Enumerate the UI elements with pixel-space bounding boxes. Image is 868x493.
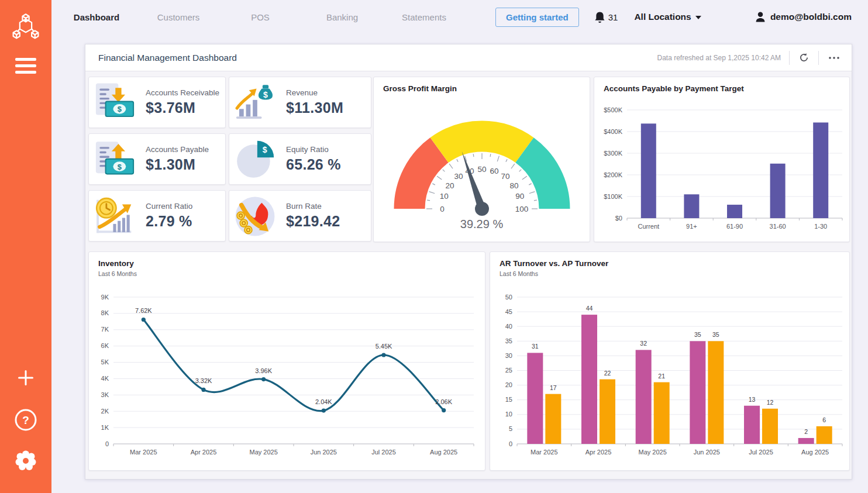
- kpi-value: $11.30M: [286, 99, 343, 116]
- ar-ap-grouped-bar-chart[interactable]: 05101520253035404550Mar 2025Apr 2025May …: [490, 252, 849, 470]
- ar-vs-ap-turnover-card: AR Turnover vs. AP Turnover Last 6 Month…: [490, 251, 850, 471]
- svg-text:Apr 2025: Apr 2025: [191, 449, 217, 456]
- kpi-card-accounts-payable: $ Accounts Payable $1.30M: [88, 133, 226, 185]
- user-menu[interactable]: demo@boldbi.com: [755, 12, 852, 22]
- svg-text:3.96K: 3.96K: [255, 367, 272, 374]
- user-icon: [755, 12, 766, 22]
- hamburger-menu[interactable]: [0, 54, 51, 77]
- boldbi-logo-icon: [10, 9, 42, 43]
- svg-text:Aug 2025: Aug 2025: [430, 449, 457, 456]
- dashboard-title: Financial Management Dashboard: [98, 53, 237, 63]
- tab-dashboard[interactable]: Dashboard: [56, 12, 137, 22]
- svg-text:12: 12: [767, 399, 774, 406]
- inventory-line-chart[interactable]: 01K2K3K4K5K6K7K8K9KMar 2025Apr 2025May 2…: [89, 252, 485, 470]
- svg-text:50: 50: [505, 294, 512, 301]
- divider: [818, 51, 819, 65]
- svg-text:0: 0: [105, 440, 109, 447]
- svg-text:?: ?: [22, 414, 29, 426]
- kpi-label: Accounts Payable: [146, 145, 209, 154]
- svg-text:2K: 2K: [101, 408, 109, 415]
- refresh-button[interactable]: [798, 51, 810, 64]
- help-icon: ?: [13, 407, 39, 433]
- svg-text:50: 50: [477, 165, 486, 174]
- svg-text:6K: 6K: [101, 342, 109, 349]
- svg-text:17: 17: [550, 384, 557, 391]
- gross-profit-margin-gauge[interactable]: 0102030405060708090100: [374, 77, 590, 242]
- sidebar: ?: [0, 0, 51, 493]
- chart-title: Inventory: [98, 259, 134, 268]
- refresh-status: Data refreshed at Sep 1,2025 10:42 AM: [657, 54, 781, 62]
- svg-text:$: $: [118, 163, 122, 171]
- svg-text:25: 25: [505, 367, 512, 374]
- svg-text:May 2025: May 2025: [639, 449, 667, 456]
- dashboard-header: Financial Management Dashboard Data refr…: [85, 44, 852, 71]
- svg-text:60: 60: [490, 167, 498, 175]
- svg-text:20: 20: [445, 181, 454, 190]
- kpi-card-burn-rate: Burn Rate $219.42: [229, 190, 371, 242]
- svg-text:13: 13: [749, 396, 756, 403]
- help-button[interactable]: ?: [0, 406, 51, 434]
- svg-text:4K: 4K: [101, 375, 109, 382]
- chart-subtitle: Last 6 Months: [98, 270, 137, 277]
- settings-button[interactable]: [0, 447, 51, 475]
- notification-count: 31: [608, 12, 618, 22]
- kpi-label: Revenue: [286, 88, 343, 97]
- svg-text:$0: $0: [615, 215, 622, 222]
- user-email: demo@boldbi.com: [770, 12, 852, 22]
- kpi-card-accounts-receivable: $ Accounts Receivable $3.76M: [88, 77, 226, 128]
- kpi-label: Burn Rate: [286, 202, 340, 211]
- svg-text:3.32K: 3.32K: [195, 377, 212, 384]
- svg-text:$100K: $100K: [604, 193, 622, 200]
- inventory-card: Inventory Last 6 Months 01K2K3K4K5K6K7K8…: [88, 251, 485, 471]
- chart-title: Accounts Payable by Payment Target: [604, 84, 744, 93]
- svg-text:0: 0: [440, 205, 445, 213]
- accounts-payable-by-payment-target-card: Accounts Payable by Payment Target $0$10…: [594, 77, 850, 242]
- kpi-value: 65.26 %: [286, 156, 341, 173]
- location-selector[interactable]: All Locations: [634, 12, 701, 22]
- svg-text:Aug 2025: Aug 2025: [801, 449, 829, 456]
- add-button[interactable]: [0, 366, 51, 389]
- svg-text:31-60: 31-60: [770, 223, 786, 230]
- svg-text:$200K: $200K: [604, 171, 622, 178]
- chart-title: Gross Profit Margin: [383, 84, 457, 93]
- svg-text:35: 35: [694, 331, 701, 338]
- hamburger-menu-icon: [15, 58, 36, 61]
- svg-text:Mar 2025: Mar 2025: [130, 449, 157, 456]
- kpi-label: Equity Ratio: [286, 145, 341, 154]
- svg-text:35: 35: [712, 331, 719, 338]
- svg-text:10: 10: [440, 192, 449, 201]
- svg-text:$400K: $400K: [604, 128, 622, 135]
- gauge-value: 39.29 %: [374, 218, 590, 231]
- svg-text:20: 20: [505, 381, 512, 388]
- kpi-label: Accounts Receivable: [146, 88, 219, 97]
- tab-customers[interactable]: Customers: [137, 12, 219, 22]
- top-navigation: Dashboard Customers POS Banking Statemen…: [51, 0, 868, 34]
- getting-started-button[interactable]: Getting started: [495, 8, 579, 27]
- svg-text:30: 30: [454, 172, 463, 181]
- svg-text:32: 32: [640, 340, 647, 347]
- svg-text:$500K: $500K: [604, 106, 622, 113]
- svg-text:5.45K: 5.45K: [376, 343, 392, 350]
- add-icon: [17, 369, 35, 387]
- boldbi-logo[interactable]: [0, 7, 51, 44]
- kpi-value: $3.76M: [146, 99, 219, 116]
- kpi-label: Current Ratio: [146, 202, 192, 211]
- svg-text:2.06K: 2.06K: [435, 398, 452, 405]
- svg-text:6: 6: [822, 416, 826, 423]
- tab-banking[interactable]: Banking: [301, 12, 383, 22]
- svg-text:Apr 2025: Apr 2025: [585, 449, 612, 456]
- dashboard-content: $ Accounts Receivable $3.76M $ Revenue $…: [85, 72, 852, 479]
- notifications-button[interactable]: 31: [594, 11, 618, 23]
- accounts-payable-bar-chart[interactable]: $0$100K$200K$300K$400K$500KCurrent91+61-…: [594, 77, 849, 242]
- svg-text:45: 45: [505, 308, 512, 315]
- kpi-card-current-ratio: Current Ratio 2.79 %: [88, 190, 226, 242]
- chart-title: AR Turnover vs. AP Turnover: [500, 259, 608, 268]
- tab-pos[interactable]: POS: [219, 12, 301, 22]
- svg-text:44: 44: [586, 305, 593, 312]
- current-ratio-icon: [94, 195, 136, 237]
- tab-statements[interactable]: Statements: [383, 12, 465, 22]
- more-options-button[interactable]: [827, 55, 841, 61]
- svg-text:1-30: 1-30: [814, 223, 827, 230]
- svg-text:80: 80: [509, 181, 518, 190]
- svg-text:1K: 1K: [101, 424, 109, 431]
